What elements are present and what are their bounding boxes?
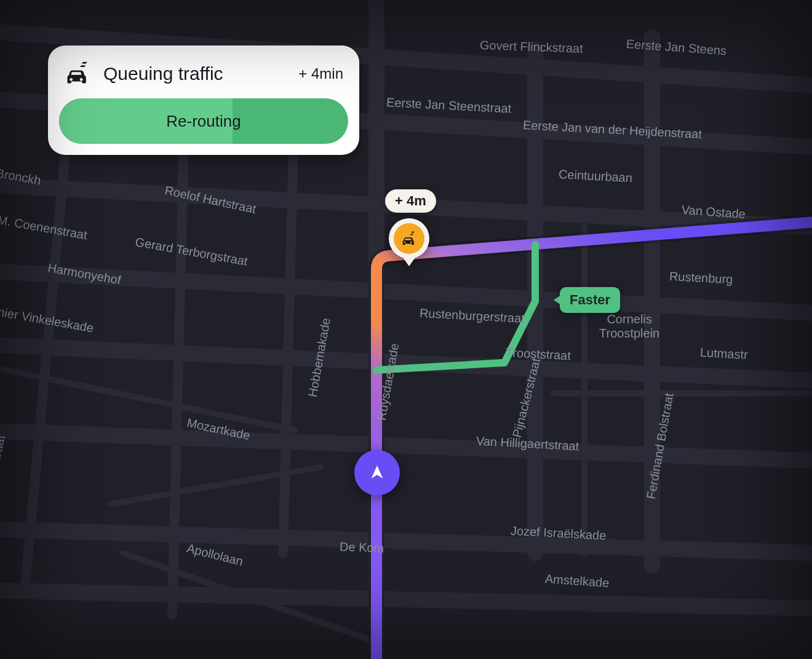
traffic-incident-pin[interactable]	[389, 214, 429, 263]
faster-route-label-text: Faster	[570, 292, 610, 307]
traffic-delay-bubble: + 4m	[385, 189, 436, 213]
traffic-delay-bubble-text: + 4m	[395, 193, 426, 208]
traffic-alert-card: Queuing traffic + 4min Re-routing	[48, 45, 359, 155]
faster-route-label[interactable]: Faster	[560, 287, 620, 313]
queuing-traffic-icon	[64, 60, 91, 87]
queuing-traffic-icon	[400, 229, 418, 248]
reroute-button[interactable]: Re-routing	[59, 98, 348, 144]
alert-delay: + 4min	[298, 65, 343, 82]
navigation-arrow-icon	[368, 464, 386, 481]
current-position-marker	[354, 450, 400, 495]
reroute-button-label: Re-routing	[166, 112, 241, 130]
alert-title: Queuing traffic	[103, 63, 286, 84]
alternate-route	[376, 245, 535, 370]
